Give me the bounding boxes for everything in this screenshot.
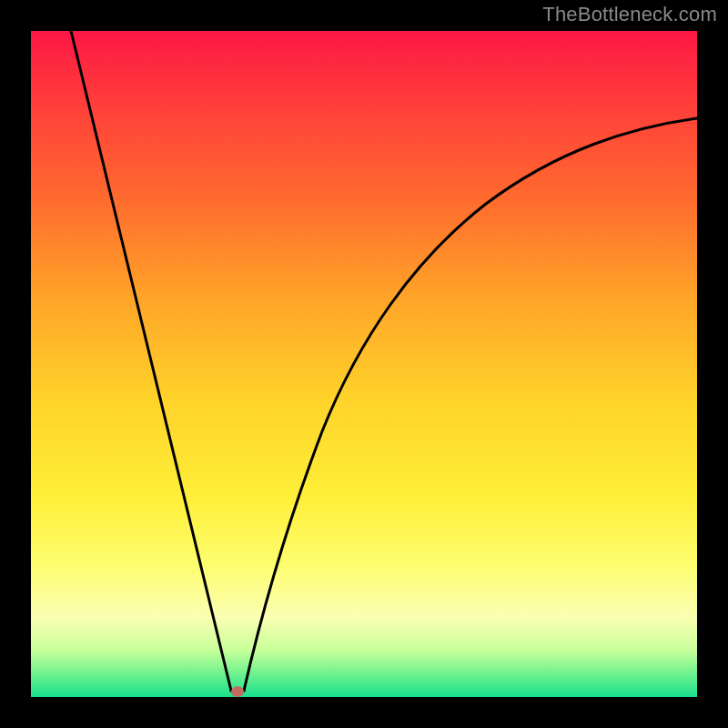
bottleneck-marker: [231, 686, 244, 697]
curve-left-branch: [71, 31, 231, 691]
watermark-text: TheBottleneck.com: [542, 3, 717, 26]
bottleneck-curve: [31, 31, 697, 697]
stage: TheBottleneck.com: [0, 0, 728, 728]
plot-area: [31, 31, 697, 697]
curve-right-branch: [244, 118, 697, 691]
